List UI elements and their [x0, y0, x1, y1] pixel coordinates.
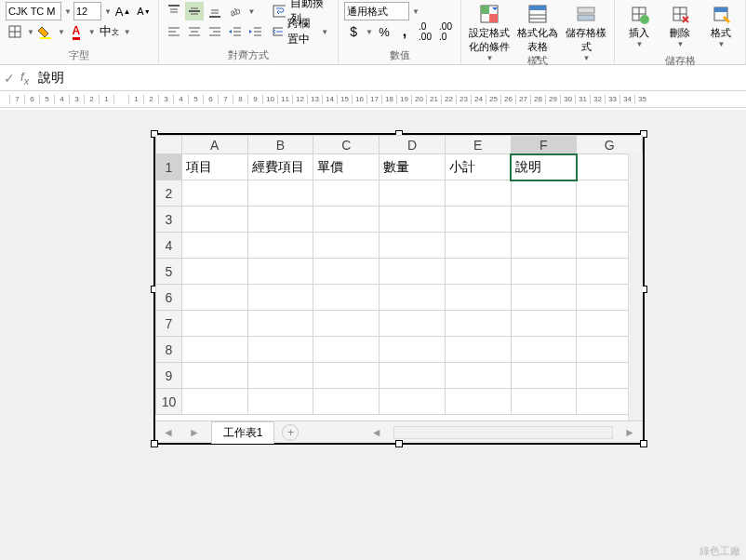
- cell[interactable]: [445, 337, 511, 363]
- insert-button[interactable]: 插入▼: [620, 2, 658, 52]
- chevron-down-icon[interactable]: ▼: [366, 28, 373, 36]
- row-header[interactable]: 1: [156, 154, 182, 180]
- cell[interactable]: [511, 363, 577, 389]
- chevron-down-icon[interactable]: ▼: [412, 7, 420, 16]
- cell[interactable]: [380, 259, 446, 285]
- fx-icon[interactable]: fx: [20, 70, 29, 87]
- cell[interactable]: [511, 233, 577, 259]
- embedded-spreadsheet-object[interactable]: ABCDEFG1項目經費項目單價數量小計說明2345678910 ◄ ► 工作表…: [153, 133, 645, 445]
- cell[interactable]: [313, 180, 380, 207]
- cell[interactable]: [445, 259, 511, 285]
- cell[interactable]: [313, 207, 380, 233]
- align-center-icon[interactable]: [185, 22, 204, 41]
- cell[interactable]: [313, 363, 380, 389]
- row-header[interactable]: 2: [156, 180, 182, 207]
- align-left-icon[interactable]: [165, 22, 183, 41]
- cell[interactable]: [247, 180, 313, 207]
- cell[interactable]: 經費項目: [247, 154, 313, 180]
- font-name-select[interactable]: [6, 2, 61, 20]
- increase-decimal-icon[interactable]: .0.00: [416, 22, 434, 41]
- cell[interactable]: [247, 233, 313, 259]
- chevron-down-icon[interactable]: ▼: [104, 7, 112, 16]
- column-header[interactable]: C: [313, 136, 380, 154]
- align-top-icon[interactable]: [165, 2, 183, 20]
- cell[interactable]: [511, 311, 577, 337]
- cell[interactable]: [380, 389, 446, 415]
- chevron-down-icon[interactable]: ▼: [27, 28, 34, 36]
- row-header[interactable]: 3: [156, 207, 182, 233]
- cell[interactable]: [380, 363, 446, 389]
- resize-handle[interactable]: [151, 440, 158, 447]
- font-size-select[interactable]: [73, 2, 101, 20]
- chevron-down-icon[interactable]: ▼: [124, 28, 131, 36]
- cell[interactable]: [511, 285, 577, 311]
- cell[interactable]: [181, 337, 247, 363]
- cell[interactable]: [511, 180, 577, 207]
- grid[interactable]: ABCDEFG1項目經費項目單價數量小計說明2345678910: [155, 135, 643, 415]
- number-format-select[interactable]: [344, 2, 409, 20]
- fill-color-icon[interactable]: [36, 22, 55, 41]
- cell[interactable]: [380, 311, 446, 337]
- column-header[interactable]: E: [445, 136, 511, 154]
- cell[interactable]: [181, 180, 247, 207]
- cell[interactable]: [313, 389, 380, 415]
- align-right-icon[interactable]: [206, 22, 224, 41]
- decrease-indent-icon[interactable]: [226, 22, 245, 41]
- cell[interactable]: [380, 233, 446, 259]
- cell[interactable]: [181, 363, 247, 389]
- cell[interactable]: [247, 207, 313, 233]
- cell[interactable]: [181, 259, 247, 285]
- conditional-format-button[interactable]: 設定格式化的條件▼: [467, 2, 512, 52]
- chevron-down-icon[interactable]: ▼: [58, 28, 65, 36]
- phonetic-icon[interactable]: 中文: [98, 22, 121, 41]
- decrease-font-icon[interactable]: A▼: [134, 2, 153, 20]
- cell[interactable]: [247, 337, 313, 363]
- row-header[interactable]: 8: [156, 337, 182, 363]
- cell[interactable]: [445, 180, 511, 207]
- row-header[interactable]: 4: [156, 233, 182, 259]
- cell[interactable]: [313, 337, 380, 363]
- cell[interactable]: [380, 180, 446, 207]
- cell[interactable]: [247, 311, 313, 337]
- cell[interactable]: [181, 207, 247, 233]
- comma-icon[interactable]: ,: [395, 22, 414, 41]
- cell[interactable]: [511, 207, 577, 233]
- align-bottom-icon[interactable]: [206, 2, 224, 20]
- hscroll-right-icon[interactable]: ►: [617, 426, 643, 439]
- cell[interactable]: [445, 207, 511, 233]
- cell[interactable]: 數量: [380, 154, 446, 180]
- cell[interactable]: [313, 259, 380, 285]
- cell[interactable]: [445, 363, 511, 389]
- cell[interactable]: [380, 285, 446, 311]
- cell[interactable]: [181, 285, 247, 311]
- cell[interactable]: 說明: [511, 154, 577, 180]
- cell[interactable]: [445, 285, 511, 311]
- cell[interactable]: [181, 311, 247, 337]
- column-header[interactable]: A: [181, 136, 247, 154]
- cell[interactable]: [313, 233, 380, 259]
- percent-icon[interactable]: %: [375, 22, 393, 41]
- cell[interactable]: [181, 233, 247, 259]
- formula-confirm-icon[interactable]: ✓: [4, 71, 15, 86]
- cell[interactable]: 單價: [313, 154, 380, 180]
- cell-styles-button[interactable]: 儲存格樣式▼: [564, 2, 608, 52]
- horizontal-ruler[interactable]: 7654321123456789101112131415161718192021…: [0, 91, 746, 108]
- format-table-button[interactable]: 格式化為表格▼: [515, 2, 560, 52]
- resize-handle[interactable]: [640, 440, 647, 447]
- cell[interactable]: [380, 337, 446, 363]
- cell[interactable]: [247, 259, 313, 285]
- cell[interactable]: [247, 389, 313, 415]
- format-button[interactable]: 格式▼: [702, 2, 739, 52]
- cell[interactable]: [445, 311, 511, 337]
- vertical-scrollbar[interactable]: [628, 153, 643, 420]
- orientation-icon[interactable]: ab: [226, 2, 245, 20]
- column-header[interactable]: D: [380, 136, 446, 154]
- select-all-corner[interactable]: [156, 136, 182, 154]
- column-header[interactable]: F: [511, 136, 577, 154]
- row-header[interactable]: 9: [156, 363, 182, 389]
- chevron-down-icon[interactable]: ▼: [88, 28, 96, 36]
- add-sheet-button[interactable]: +: [282, 424, 299, 441]
- cell[interactable]: [247, 363, 313, 389]
- row-header[interactable]: 6: [156, 285, 182, 311]
- chevron-down-icon[interactable]: ▼: [64, 7, 72, 16]
